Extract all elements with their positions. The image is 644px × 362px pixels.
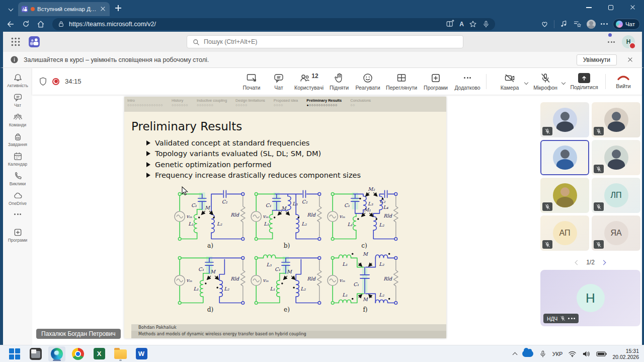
hangup-icon — [617, 74, 630, 82]
apps-button[interactable]: Програми — [421, 73, 451, 91]
slide-nav-conclusions: Conclusions○○ — [350, 98, 371, 112]
browser-menu-icon[interactable] — [601, 23, 608, 25]
speaker-icon[interactable] — [582, 350, 591, 357]
clock[interactable]: 15:31 20.02.2026 — [612, 348, 639, 360]
participants-panel: ЛП АП ЯА 1/2 Н НДЧ — [539, 95, 642, 345]
meeting-stage-row: Intro○○○○○○○○○○○○○○○ History○○○○○○○ Indu… — [32, 95, 642, 345]
participant-tile[interactable]: АП — [540, 215, 589, 251]
bullet-item: Topology variants evaluated (SL, DL; SM,… — [146, 149, 446, 160]
apps-plus-icon — [430, 73, 441, 84]
camera-button[interactable]: Камера — [497, 73, 523, 91]
share-button[interactable]: Поділитися — [568, 73, 600, 90]
onedrive-tray-icon[interactable] — [522, 350, 533, 357]
teams-avatar[interactable]: Н — [622, 35, 635, 48]
sidebar-item-chat[interactable]: Чат — [3, 93, 32, 108]
search-input[interactable] — [204, 38, 458, 45]
svg-text:L₁: L₁ — [264, 221, 269, 227]
voice-search-icon[interactable] — [482, 20, 490, 28]
maximize-button[interactable] — [600, 0, 622, 15]
more-options-button[interactable]: Додатково — [452, 73, 483, 91]
search-icon — [192, 38, 200, 46]
sidebar-item-onedrive[interactable]: OneDrive — [3, 191, 32, 206]
home-icon[interactable] — [34, 18, 47, 30]
screen: Вступний семінар ДБ теми 1 A — [0, 0, 644, 362]
svg-text:d): d) — [207, 306, 214, 313]
browser-profile-avatar[interactable] — [587, 20, 596, 29]
taskbar-word[interactable]: W — [133, 346, 150, 361]
collections-icon[interactable] — [573, 20, 582, 28]
close-button[interactable] — [622, 0, 644, 15]
taskbar-app-dark[interactable] — [27, 346, 44, 361]
start-button[interactable] — [6, 346, 23, 361]
folder-icon — [114, 349, 127, 359]
battery-icon[interactable] — [596, 351, 607, 357]
minimize-button[interactable] — [578, 0, 600, 15]
wifi-icon[interactable] — [568, 350, 577, 357]
copilot-chat-button[interactable]: Чат — [613, 19, 640, 30]
more-dots-icon — [464, 77, 471, 79]
participant-tile-active-speaker[interactable] — [540, 140, 589, 175]
tab-close-icon[interactable] — [100, 6, 107, 13]
divider — [554, 20, 554, 28]
page-next-icon[interactable] — [601, 260, 606, 265]
browser-essentials-icon[interactable] — [540, 20, 549, 28]
react-button[interactable]: Реагувати — [353, 73, 382, 91]
leave-button[interactable]: Вийти — [611, 74, 636, 89]
participant-count: 12 — [311, 73, 318, 80]
participants-button[interactable]: 12Користувачі — [293, 73, 325, 91]
teams-logo — [28, 36, 40, 48]
participant-tile[interactable] — [540, 178, 589, 213]
meeting-timer: 34:15 — [65, 78, 82, 85]
participant-tile[interactable]: ЯА — [592, 215, 640, 251]
share-filled-icon — [578, 73, 590, 83]
participant-tile[interactable]: ЛП — [592, 178, 640, 213]
refresh-icon[interactable] — [19, 18, 32, 30]
mic-options-chevron-icon[interactable] — [561, 80, 566, 84]
sidebar-item-teams[interactable]: Команди — [3, 112, 32, 127]
svg-text:L₂: L₂ — [224, 286, 229, 292]
banner-close-icon[interactable] — [626, 55, 635, 64]
hidden-icons-chevron-icon[interactable] — [512, 352, 517, 357]
share-start-button[interactable]: Почати — [238, 73, 265, 91]
raise-hand-button[interactable]: Підняти — [326, 73, 352, 91]
sidebar-item-apps[interactable]: Програми — [3, 228, 32, 243]
taskbar-file-explorer[interactable] — [112, 346, 129, 361]
sidebar-item-activity[interactable]: Активність — [3, 73, 32, 88]
address-bar[interactable]: A — [52, 18, 495, 30]
language-indicator[interactable]: УКР — [552, 351, 563, 357]
sidebar-item-assignments[interactable]: Завдання — [3, 132, 32, 147]
sidebar-more-button[interactable] — [3, 213, 32, 215]
svg-text:Rld: Rld — [307, 276, 315, 281]
url-input[interactable] — [69, 21, 442, 28]
media-controls-icon[interactable] — [559, 20, 568, 28]
mic-tray-icon[interactable] — [539, 350, 547, 358]
sidebar-item-calls[interactable]: Виклики — [3, 171, 32, 186]
taskbar-edge[interactable] — [48, 346, 65, 361]
favorite-star-icon[interactable] — [469, 20, 477, 28]
teams-search-box[interactable] — [187, 35, 463, 48]
participant-tile[interactable] — [592, 102, 640, 137]
sidebar-item-calendar[interactable]: Календар — [3, 152, 32, 167]
self-video-tile[interactable]: Н НДЧ — [540, 270, 640, 326]
camera-options-chevron-icon[interactable] — [524, 80, 528, 84]
read-aloud-icon[interactable]: A — [459, 21, 464, 28]
tab-list-button[interactable] — [4, 3, 17, 14]
new-tab-button[interactable] — [113, 3, 124, 14]
enable-notifications-button[interactable]: Увімкнути — [577, 54, 617, 65]
taskbar-chrome[interactable] — [69, 346, 87, 361]
view-button[interactable]: Переглянути — [383, 73, 420, 91]
split-screen-icon[interactable] — [446, 20, 454, 28]
back-icon[interactable] — [4, 18, 17, 30]
mic-button[interactable]: Мікрофон — [531, 73, 560, 91]
participant-tile[interactable] — [592, 140, 640, 175]
page-prev-icon[interactable] — [575, 260, 580, 265]
participant-tile[interactable] — [540, 102, 589, 137]
chat-button[interactable]: Чат — [266, 73, 292, 91]
self-more-icon[interactable] — [568, 318, 575, 319]
app-launcher-icon[interactable] — [10, 36, 21, 47]
slide-section-nav: Intro○○○○○○○○○○○○○○○ History○○○○○○○ Indu… — [124, 97, 446, 112]
browser-tab[interactable]: Вступний семінар ДБ теми 1 — [18, 2, 110, 16]
taskbar-excel[interactable]: X — [91, 346, 108, 361]
svg-text:Rld: Rld — [230, 276, 239, 281]
teams-settings-menu-icon[interactable] — [608, 41, 615, 43]
